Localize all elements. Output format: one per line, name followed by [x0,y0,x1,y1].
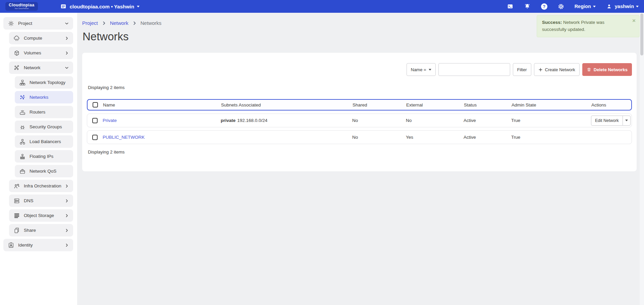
topbar-actions: ? Region yashwin [507,3,639,10]
chevron-right-icon [64,199,69,203]
project-gear-icon [8,20,14,27]
trash-icon [587,67,591,72]
sidebar-item-label: Routers [30,110,69,115]
chevron-right-icon [64,36,69,41]
server-dns-icon [13,198,20,204]
filter-button-label: Filter [517,67,527,72]
topology-sitemap-icon [19,79,26,86]
cell-admin-state: True [511,118,591,123]
items-count-top: Displaying 2 items [88,85,632,90]
console-icon[interactable] [507,3,514,10]
sidebar-item-label: DNS [24,198,64,203]
row-checkbox[interactable] [92,118,98,123]
region-label: Region [575,4,591,9]
filter-search-input[interactable] [438,63,510,76]
chevron-right-icon [64,213,69,218]
sidebar-item-compute[interactable]: Compute [9,32,73,44]
sidebar: Project Compute Volumes Network [0,13,77,305]
scrollbar[interactable] [640,13,644,305]
breadcrumb-project[interactable]: Project [82,20,98,26]
sidebar-item-label: Share [24,228,64,233]
column-header-external: External [406,102,464,107]
user-menu[interactable]: yashwin [606,3,639,10]
sidebar-item-share[interactable]: Share [9,224,73,236]
close-icon[interactable]: × [632,18,636,24]
cell-shared: No [352,118,406,123]
region-menu[interactable]: Region [575,4,596,9]
cell-status: Active [464,135,511,140]
sidebar-item-network-topology[interactable]: Network Topology [15,76,73,89]
column-header-subnets: Subnets Associated [221,102,353,107]
sidebar-item-floating-ips[interactable]: Floating IPs [15,150,73,163]
sidebar-item-object-storage[interactable]: Object Storage [9,209,73,222]
create-network-label: Create Network [545,67,575,72]
main-content: Success: Network Private was successfull… [77,13,644,305]
sidebar-item-security-groups[interactable]: Security Groups [15,121,73,133]
sidebar-item-label: Compute [24,36,64,41]
select-all-checkbox[interactable] [93,102,98,107]
sidebar-item-label: Object Storage [24,213,64,218]
cloud-compute-icon [13,35,20,42]
column-header-shared: Shared [353,102,406,107]
user-label: yashwin [615,4,634,9]
settings-gear-icon[interactable] [557,3,565,10]
filter-field-select[interactable]: Name = [407,63,436,76]
row-actions: Edit Network [591,116,631,126]
network-name-link[interactable]: Private [103,118,117,123]
load-balancer-icon [19,138,26,145]
sidebar-item-label: Project [18,21,64,26]
sidebar-item-project[interactable]: Project [3,17,73,30]
actions-dropdown-toggle[interactable] [623,116,630,125]
cube-volumes-icon [13,50,20,56]
sidebar-item-label: Identity [18,243,64,248]
topbar: Cloudtopiaa Your Cloud Partner cloudtopi… [0,0,644,13]
scrollbar-thumb[interactable] [640,13,643,55]
chevron-right-icon [64,228,69,233]
column-header-admin-state: Admin State [512,102,591,107]
row-checkbox[interactable] [92,135,98,140]
filter-field-label: Name = [411,67,426,72]
network-name-link[interactable]: PUBLIC_NETWORK [103,135,145,140]
sidebar-item-label: Infra Orchestration [24,183,64,188]
router-icon [19,109,26,116]
column-header-actions: Actions [591,102,631,107]
sidebar-item-label: Networks [30,95,69,100]
alert-title: Success: [542,20,562,25]
breadcrumb-network[interactable]: Network [110,20,128,26]
success-alert: Success: Network Private was successfull… [537,15,640,37]
identity-badge-icon [8,242,14,249]
sidebar-item-infra-orchestration[interactable]: Infra Orchestration [9,180,73,192]
sidebar-item-load-balancers[interactable]: Load Balancers [15,135,73,148]
sidebar-item-volumes[interactable]: Volumes [9,47,73,59]
sidebar-item-routers[interactable]: Routers [15,106,73,118]
breadcrumb-current: Networks [141,20,162,26]
user-icon [606,3,613,10]
delete-networks-button[interactable]: Delete Networks [582,63,632,76]
subnet-cidr: 192.168.0.0/24 [237,118,267,123]
table-header-row: Name Subnets Associated Shared External … [87,99,632,111]
copy-documents-icon [13,227,20,234]
cell-status: Active [464,118,511,123]
sidebar-item-identity[interactable]: Identity [3,239,73,251]
filter-button[interactable]: Filter [513,63,531,76]
chevron-down-icon [636,6,639,9]
create-network-button[interactable]: Create Network [534,63,580,76]
cell-shared: No [352,135,406,140]
domain-project-switcher[interactable]: cloudtopiaa.com • Yashwin [60,3,140,10]
sidebar-item-networks[interactable]: Networks [15,91,73,103]
column-header-status: Status [464,102,512,107]
items-count-bottom: Displaying 2 items [88,149,632,155]
sidebar-item-dns[interactable]: DNS [9,194,73,207]
notifications-bell-icon[interactable] [524,3,531,10]
brand-logo[interactable]: Cloudtopiaa Your Cloud Partner [5,2,38,11]
context-label: cloudtopiaa.com • Yashwin [70,4,135,9]
edit-network-button[interactable]: Edit Network [591,116,623,125]
sidebar-item-network-qos[interactable]: Network QoS [15,165,73,177]
chevron-down-icon [625,120,628,123]
help-icon[interactable]: ? [541,3,547,10]
cell-external: Yes [406,135,464,140]
sidebar-item-network[interactable]: Network [9,61,73,74]
brand-title: Cloudtopiaa [9,3,35,8]
column-header-name: Name [103,102,221,107]
delete-networks-label: Delete Networks [594,67,628,72]
